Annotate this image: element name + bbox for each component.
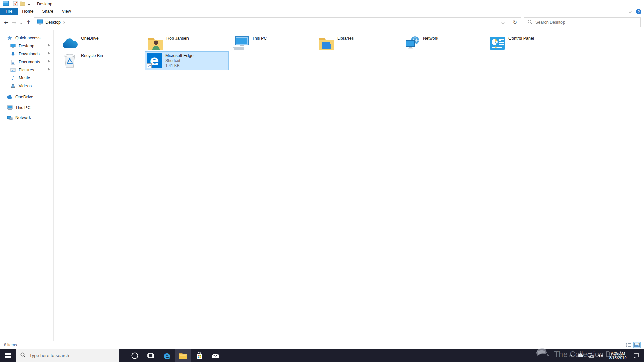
file-tile-network[interactable]: Network <box>402 34 486 53</box>
tab-file[interactable]: File <box>0 8 18 15</box>
cortana-button[interactable] <box>127 349 143 362</box>
file-name: Rob Jansen <box>166 36 189 41</box>
taskbar-search-input[interactable]: Type here to search <box>16 349 119 362</box>
file-explorer-icon <box>3 1 9 7</box>
back-button[interactable]: ← <box>4 19 8 26</box>
file-tile-control-panel[interactable]: Control Panel <box>488 34 572 53</box>
ribbon-tab-row: File Home Share View ? <box>0 8 644 15</box>
music-icon: ♪ <box>10 75 16 81</box>
quick-access-toolbar: Desktop <box>0 1 52 7</box>
taskbar-store-button[interactable] <box>191 349 207 362</box>
file-name: Control Panel <box>508 36 534 41</box>
onedrive-cloud-icon <box>7 94 13 100</box>
pictures-icon <box>10 67 16 73</box>
system-tray: 9:29 AM 8/15/2019 <box>566 349 644 362</box>
clock-date: 8/15/2019 <box>606 356 630 360</box>
divider <box>33 2 33 6</box>
tray-chevron-up-icon[interactable] <box>566 354 576 357</box>
search-icon <box>20 352 26 359</box>
shortcut-arrow-icon <box>147 63 152 68</box>
videos-icon <box>10 83 16 89</box>
taskbar-file-explorer-button[interactable] <box>175 349 191 362</box>
sidebar-item-desktop[interactable]: Desktop <box>0 42 53 50</box>
tray-volume-icon[interactable] <box>596 353 606 358</box>
minimize-button[interactable] <box>598 0 613 8</box>
file-tile-libraries[interactable]: Libraries <box>317 34 401 53</box>
breadcrumb-chevron-icon[interactable] <box>63 20 65 25</box>
file-tile-rob-jansen[interactable]: Rob Jansen <box>146 34 230 53</box>
desktop-location-icon <box>37 19 43 26</box>
sidebar-item-videos[interactable]: Videos <box>0 82 53 90</box>
file-tile-this-pc[interactable]: This PC <box>231 34 315 53</box>
breadcrumb[interactable]: Desktop <box>45 20 61 25</box>
address-bar[interactable]: Desktop ↻ <box>34 17 521 27</box>
this-pc-icon <box>233 35 249 51</box>
file-name: Libraries <box>337 36 354 41</box>
file-list[interactable]: OneDrive Rob Jansen This PC Libraries <box>54 30 644 341</box>
sidebar-item-quick-access[interactable]: Quick access <box>0 34 53 42</box>
taskbar-clock[interactable]: 9:29 AM 8/15/2019 <box>606 351 630 360</box>
close-button[interactable] <box>629 0 644 8</box>
refresh-button[interactable]: ↻ <box>510 19 520 25</box>
search-icon <box>528 20 532 25</box>
new-folder-button[interactable] <box>20 1 25 7</box>
restore-button[interactable] <box>613 0 629 8</box>
large-icons-view-button[interactable] <box>633 342 641 348</box>
onedrive-cloud-icon <box>62 35 78 51</box>
file-size: 1.41 KB <box>165 63 193 68</box>
file-name: Recycle Bin <box>81 53 103 58</box>
pin-icon <box>46 60 50 65</box>
network-icon <box>404 35 420 51</box>
control-panel-icon <box>489 35 505 51</box>
network-icon <box>7 115 13 121</box>
details-view-button[interactable] <box>625 342 632 348</box>
search-box[interactable]: Search Desktop <box>524 17 641 27</box>
file-tile-onedrive[interactable]: OneDrive <box>60 34 144 53</box>
action-center-button[interactable] <box>630 353 643 358</box>
file-tile-recycle-bin[interactable]: Recycle Bin <box>60 51 144 70</box>
this-pc-icon <box>7 105 13 111</box>
file-name: OneDrive <box>81 36 99 41</box>
documents-icon <box>10 59 16 65</box>
quick-access-star-icon <box>7 35 13 41</box>
customize-qat-button[interactable] <box>27 1 31 7</box>
file-explorer-window: Desktop File Home Share View ? <box>0 0 644 362</box>
divider <box>11 2 11 6</box>
taskbar-edge-button[interactable]: e <box>159 349 175 362</box>
file-type: Shortcut <box>165 58 193 63</box>
address-dropdown-icon[interactable] <box>498 19 508 25</box>
file-tile-microsoft-edge[interactable]: e Microsoft Edge Shortcut 1.41 KB <box>145 51 229 70</box>
tab-share[interactable]: Share <box>38 8 58 15</box>
pin-icon <box>46 52 50 57</box>
sidebar-item-downloads[interactable]: Downloads <box>0 50 53 58</box>
start-button[interactable] <box>0 349 16 362</box>
file-name: Network <box>423 36 438 41</box>
user-folder-icon <box>147 35 163 51</box>
forward-button[interactable]: → <box>12 19 16 26</box>
sidebar-item-pictures[interactable]: Pictures <box>0 66 53 74</box>
sidebar-item-this-pc[interactable]: This PC <box>0 104 53 112</box>
microsoft-edge-icon: e <box>147 53 162 68</box>
taskbar-mail-button[interactable] <box>207 349 223 362</box>
sidebar-item-onedrive[interactable]: OneDrive <box>0 93 53 101</box>
tab-home[interactable]: Home <box>18 8 38 15</box>
navigation-row: ← → ↑ Desktop ↻ <box>0 15 644 30</box>
desktop-icon <box>10 43 16 49</box>
sidebar-item-network[interactable]: Network <box>0 114 53 122</box>
expand-ribbon-icon[interactable] <box>629 9 632 15</box>
help-button[interactable]: ? <box>636 9 641 14</box>
tray-network-icon[interactable] <box>586 353 596 358</box>
properties-button[interactable] <box>13 1 18 7</box>
tray-onedrive-icon[interactable] <box>576 353 586 358</box>
titlebar: Desktop <box>0 0 644 8</box>
recent-locations-icon[interactable] <box>20 19 23 26</box>
tab-view[interactable]: View <box>58 8 75 15</box>
sidebar-item-documents[interactable]: Documents <box>0 58 53 66</box>
window-title: Desktop <box>37 2 52 6</box>
sidebar-item-music[interactable]: ♪ Music <box>0 74 53 82</box>
taskbar: Type here to search e <box>0 349 644 362</box>
up-button[interactable]: ↑ <box>26 19 31 26</box>
task-view-button[interactable] <box>143 349 159 362</box>
clock-time: 9:29 AM <box>606 351 630 356</box>
downloads-icon <box>10 51 16 57</box>
